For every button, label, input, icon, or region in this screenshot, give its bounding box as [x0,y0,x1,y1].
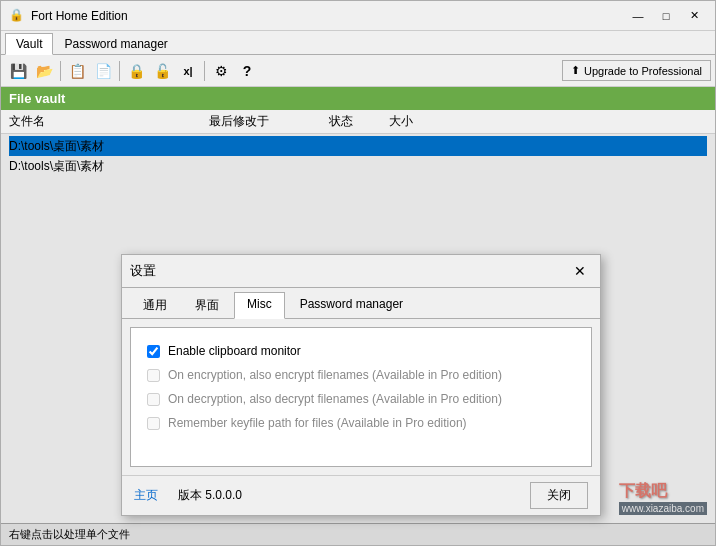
encrypt-filenames-checkbox[interactable] [147,369,160,382]
dialog-overlay: 设置 ✕ 通用 界面 Misc Password manager [1,134,715,545]
toolbar-help-btn[interactable]: ? [235,59,259,83]
app-title: Fort Home Edition [31,9,625,23]
window-controls: — □ ✕ [625,6,707,26]
minimize-button[interactable]: — [625,6,651,26]
toolbar-settings-btn[interactable]: ⚙ [209,59,233,83]
toolbar: 💾 📂 📋 📄 🔒 🔓 x| ⚙ ? ⬆ Upgrade to Professi… [1,55,715,87]
decrypt-filenames-checkbox[interactable] [147,393,160,406]
dialog-close-footer-button[interactable]: 关闭 [530,482,588,509]
col-header-size: 大小 [389,113,449,130]
main-content: D:\tools\桌面\素材 D:\tools\桌面\素材 设置 ✕ 通用 [1,134,715,545]
dialog-titlebar: 设置 ✕ [122,255,600,288]
file-vault-header: File vault [1,87,715,110]
toolbar-paste-btn[interactable]: 📄 [91,59,115,83]
remember-keyfile-checkbox[interactable] [147,417,160,430]
dialog-footer: 主页 版本 5.0.0.0 关闭 [122,475,600,515]
upgrade-label: Upgrade to Professional [584,65,702,77]
toolbar-save-btn[interactable]: 💾 [6,59,30,83]
dialog-close-button[interactable]: ✕ [568,261,592,281]
tab-vault[interactable]: Vault [5,33,53,55]
encrypt-filenames-item: On encryption, also encrypt filenames (A… [147,368,575,382]
col-header-modified: 最后修改于 [209,113,329,130]
settings-dialog: 设置 ✕ 通用 界面 Misc Password manager [121,254,601,516]
toolbar-copy-btn[interactable]: 📋 [65,59,89,83]
toolbar-sep-2 [119,61,120,81]
maximize-button[interactable]: □ [653,6,679,26]
dialog-tabs: 通用 界面 Misc Password manager [122,288,600,319]
dialog-tab-interface[interactable]: 界面 [182,292,232,318]
close-button[interactable]: ✕ [681,6,707,26]
toolbar-sep-1 [60,61,61,81]
dialog-tab-misc[interactable]: Misc [234,292,285,319]
upgrade-button[interactable]: ⬆ Upgrade to Professional [562,60,711,81]
table-header: 文件名 最后修改于 状态 大小 [1,110,715,134]
tab-password-manager[interactable]: Password manager [53,32,178,54]
decrypt-filenames-item: On decryption, also decrypt filenames (A… [147,392,575,406]
remember-keyfile-item: Remember keyfile path for files (Availab… [147,416,575,430]
app-window: 🔒 Fort Home Edition — □ ✕ Vault Password… [0,0,716,546]
menu-tabs: Vault Password manager [1,31,715,55]
dialog-title: 设置 [130,262,156,280]
encrypt-filenames-label: On encryption, also encrypt filenames (A… [168,368,502,382]
dialog-tab-password-manager[interactable]: Password manager [287,292,416,318]
col-header-name: 文件名 [9,113,209,130]
toolbar-unlock-btn[interactable]: 🔓 [150,59,174,83]
toolbar-lock-btn[interactable]: 🔒 [124,59,148,83]
clipboard-monitor-checkbox[interactable] [147,345,160,358]
home-link[interactable]: 主页 [134,487,158,504]
upgrade-icon: ⬆ [571,64,580,77]
col-header-status: 状态 [329,113,389,130]
app-icon: 🔒 [9,8,25,24]
clipboard-monitor-label: Enable clipboard monitor [168,344,301,358]
dialog-tab-general[interactable]: 通用 [130,292,180,318]
clipboard-monitor-item: Enable clipboard monitor [147,344,575,358]
decrypt-filenames-label: On decryption, also decrypt filenames (A… [168,392,502,406]
version-label: 版本 5.0.0.0 [178,487,242,504]
remember-keyfile-label: Remember keyfile path for files (Availab… [168,416,467,430]
toolbar-open-btn[interactable]: 📂 [32,59,56,83]
toolbar-delete-btn[interactable]: x| [176,59,200,83]
toolbar-sep-3 [204,61,205,81]
title-bar: 🔒 Fort Home Edition — □ ✕ [1,1,715,31]
dialog-misc-content: Enable clipboard monitor On encryption, … [130,327,592,467]
